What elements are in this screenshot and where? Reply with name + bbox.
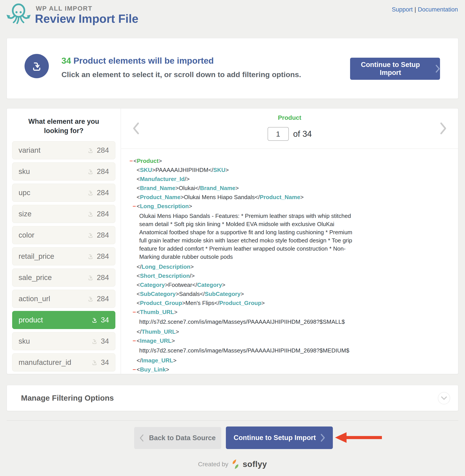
xml-line: <SubCategory>Sandals</SubCategory> bbox=[130, 291, 449, 297]
download-icon bbox=[87, 168, 94, 175]
download-icon bbox=[91, 359, 98, 366]
element-count: 284 bbox=[97, 146, 109, 154]
xml-line: −<Long_Description> bbox=[130, 203, 449, 210]
annotation-arrow-icon bbox=[335, 432, 382, 443]
summary-subtext: Click an element to select it, or scroll… bbox=[62, 70, 301, 79]
element-item-sku[interactable]: sku 284 bbox=[12, 162, 115, 180]
support-link[interactable]: Support bbox=[392, 6, 413, 13]
sidebar-question: What element are you looking for? bbox=[17, 117, 110, 136]
chevron-down-icon bbox=[441, 396, 447, 401]
element-item-sku[interactable]: sku 34 bbox=[12, 332, 115, 350]
collapse-toggle-icon[interactable]: − bbox=[133, 338, 136, 344]
back-button-label: Back to Data Source bbox=[149, 434, 216, 442]
continue-to-setup-import-button-top[interactable]: Continue to Setup Import bbox=[350, 58, 440, 80]
continue-button-label: Continue to Setup Import bbox=[350, 61, 431, 77]
element-label: sale_price bbox=[19, 273, 52, 282]
element-label: action_url bbox=[19, 295, 50, 303]
chevron-right-icon bbox=[321, 434, 325, 442]
previous-record-button[interactable] bbox=[133, 122, 139, 135]
manage-filtering-options-header[interactable]: Manage Filtering Options bbox=[7, 385, 458, 411]
footer-divider bbox=[7, 420, 458, 421]
xml-line: <Short_Description/> bbox=[130, 273, 449, 279]
element-item-retail_price[interactable]: retail_price 284 bbox=[12, 247, 115, 265]
element-label: color bbox=[19, 231, 34, 239]
record-navigation-header: Product of 34 bbox=[121, 108, 458, 149]
headline-text: Product elements will be imported bbox=[71, 56, 214, 65]
xml-line: −<Buy_Link> bbox=[130, 366, 449, 373]
collapse-toggle-icon[interactable]: − bbox=[133, 366, 136, 373]
element-item-size[interactable]: size 284 bbox=[12, 205, 115, 223]
created-by-label: Created by bbox=[198, 461, 228, 468]
element-item-product[interactable]: product 34 bbox=[12, 311, 115, 329]
element-item-manufacturer_id[interactable]: manufacturer_id 34 bbox=[12, 353, 115, 371]
download-icon bbox=[87, 274, 94, 281]
collapse-toggle-icon[interactable]: − bbox=[133, 203, 136, 210]
import-download-icon bbox=[24, 54, 49, 78]
element-count-value: 34 bbox=[62, 56, 71, 65]
collapse-toggle-icon[interactable]: − bbox=[129, 158, 133, 164]
element-count: 284 bbox=[97, 167, 109, 176]
soflyy-brand-link[interactable]: soflyy bbox=[243, 460, 267, 469]
xml-tree: −<Product><SKU>PAAAAAIJHIPIIHDM</SKU><Ma… bbox=[130, 158, 449, 374]
xml-line: </Thumb_URL> bbox=[130, 328, 449, 335]
element-item-action_url[interactable]: action_url 284 bbox=[12, 290, 115, 308]
expand-filtering-button[interactable] bbox=[438, 392, 450, 404]
chevron-right-icon bbox=[436, 65, 440, 73]
xml-line: <SKU>PAAAAAIJHIPIIHDM</SKU> bbox=[130, 167, 449, 173]
brand-label: WP ALL IMPORT bbox=[36, 5, 92, 12]
element-count: 284 bbox=[97, 231, 109, 239]
download-icon bbox=[87, 189, 94, 196]
xml-line: Olukai Mens Hiapo Sandals - Features: * … bbox=[130, 212, 354, 261]
element-count: 34 bbox=[101, 358, 109, 367]
record-number-input[interactable] bbox=[267, 127, 289, 141]
download-icon bbox=[87, 253, 94, 260]
element-count: 284 bbox=[97, 295, 109, 303]
xml-preview[interactable]: −<Product><SKU>PAAAAAIJHIPIIHDM</SKU><Ma… bbox=[121, 149, 458, 374]
element-item-variant[interactable]: variant 284 bbox=[12, 141, 115, 159]
continue-to-setup-import-button-bottom[interactable]: Continue to Setup Import bbox=[226, 426, 333, 449]
element-label: sku bbox=[19, 337, 30, 345]
download-icon bbox=[87, 296, 94, 302]
download-icon bbox=[87, 211, 94, 217]
documentation-link[interactable]: Documentation bbox=[418, 6, 458, 13]
page-title: Review Import File bbox=[35, 12, 138, 25]
element-label: size bbox=[19, 210, 32, 218]
preview-element-name: Product bbox=[121, 108, 458, 121]
element-label: retail_price bbox=[19, 252, 54, 261]
element-label: manufacturer_id bbox=[19, 358, 71, 367]
xml-line: <Brand_Name>Olukai</Brand_Name> bbox=[130, 185, 449, 191]
element-item-upc[interactable]: upc 284 bbox=[12, 184, 115, 202]
continue-button-label: Continue to Setup Import bbox=[234, 434, 316, 442]
element-label: sku bbox=[19, 167, 30, 176]
xml-line: http://s7d2.scene7.com/is/image/Masseys/… bbox=[130, 318, 354, 326]
element-label: upc bbox=[19, 189, 30, 197]
record-total-label: of 34 bbox=[293, 129, 312, 139]
download-icon bbox=[91, 317, 98, 324]
xml-line: http://s7d2.scene7.com/is/image/Masseys/… bbox=[130, 347, 354, 355]
element-count: 284 bbox=[97, 273, 109, 282]
element-review-card: What element are you looking for? varian… bbox=[7, 108, 458, 374]
xml-line: <Product_Group>Men's Flips</Product_Grou… bbox=[130, 300, 449, 306]
record-preview-panel: Product of 34 −<Product><SKU>PAAAAAIJHIP… bbox=[121, 108, 458, 374]
element-label: variant bbox=[19, 146, 41, 154]
chevron-left-icon bbox=[140, 434, 144, 442]
record-pager: of 34 bbox=[267, 127, 312, 141]
collapse-toggle-icon[interactable]: − bbox=[133, 309, 136, 315]
element-item-color[interactable]: color 284 bbox=[12, 226, 115, 244]
back-to-data-source-button[interactable]: Back to Data Source bbox=[134, 427, 221, 449]
review-import-file-page: WP ALL IMPORT Review Import File Support… bbox=[0, 0, 465, 476]
xml-line: −<Product> bbox=[130, 158, 449, 164]
element-list: variant 284sku 284upc 284size 284color 2… bbox=[12, 141, 115, 371]
xml-line: </Image_URL> bbox=[130, 357, 449, 364]
footer: Created by soflyy bbox=[0, 459, 465, 469]
filtering-title: Manage Filtering Options bbox=[21, 393, 114, 402]
xml-line: </Long_Description> bbox=[130, 264, 449, 270]
wp-all-import-octopus-logo-icon bbox=[6, 3, 32, 24]
link-separator: | bbox=[414, 6, 416, 13]
element-item-sale_price[interactable]: sale_price 284 bbox=[12, 268, 115, 287]
next-record-button[interactable] bbox=[440, 122, 447, 135]
xml-line: <Product_Name>Olukai Mens Hiapo Sandals<… bbox=[130, 194, 449, 201]
element-sidebar: What element are you looking for? varian… bbox=[7, 108, 121, 374]
import-summary-card: 34 Product elements will be imported Cli… bbox=[7, 38, 458, 99]
download-icon bbox=[87, 147, 94, 154]
